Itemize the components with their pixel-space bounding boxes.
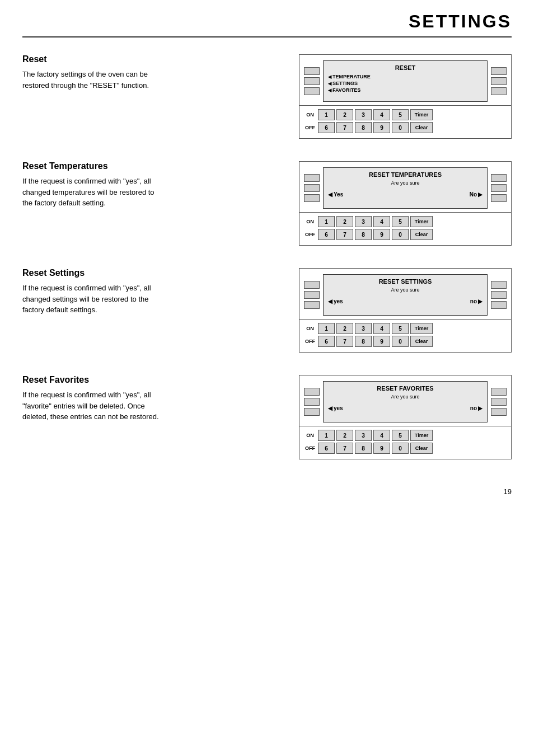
key-2[interactable]: 2 [336, 430, 353, 441]
key-0[interactable]: 0 [392, 229, 409, 240]
key-1[interactable]: 1 [318, 323, 335, 334]
right-btn-0[interactable] [491, 281, 507, 289]
key-7[interactable]: 7 [336, 229, 353, 240]
right-btn-0[interactable] [491, 388, 507, 396]
left-btn-1[interactable] [304, 77, 320, 85]
left-btn-1[interactable] [304, 291, 320, 299]
left-btn-1[interactable] [304, 184, 320, 192]
right-btn-1[interactable] [491, 398, 507, 406]
left-btn-0[interactable] [304, 388, 320, 396]
oven-panel-reset: RESET◀TEMPERATURE◀SETTINGS◀FAVORITESON12… [299, 54, 512, 139]
right-btn-2[interactable] [491, 87, 507, 95]
key-5[interactable]: 5 [392, 430, 409, 441]
clear-button[interactable]: Clear [410, 443, 433, 454]
key-3[interactable]: 3 [355, 430, 372, 441]
key-1[interactable]: 1 [318, 216, 335, 227]
right-btn-2[interactable] [491, 408, 507, 416]
key-2[interactable]: 2 [336, 216, 353, 227]
key-3[interactable]: 3 [355, 323, 372, 334]
section-reset-temperatures: Reset TemperaturesIf the request is conf… [22, 161, 512, 246]
section-text-reset-favorites: Reset FavoritesIf the request is confirm… [22, 375, 162, 422]
clear-button[interactable]: Clear [410, 336, 433, 347]
no-label-reset-favorites[interactable]: no▶ [470, 405, 483, 411]
key-4[interactable]: 4 [373, 109, 390, 120]
section-reset: ResetThe factory settings of the oven ca… [22, 54, 512, 139]
right-btn-1[interactable] [491, 291, 507, 299]
key-0[interactable]: 0 [392, 336, 409, 347]
key-9[interactable]: 9 [373, 336, 390, 347]
key-3[interactable]: 3 [355, 216, 372, 227]
right-btn-2[interactable] [491, 301, 507, 309]
yes-label-reset-settings[interactable]: ◀yes [328, 298, 343, 304]
key-6[interactable]: 6 [318, 122, 335, 133]
timer-button[interactable]: Timer [410, 109, 433, 120]
key-4[interactable]: 4 [373, 323, 390, 334]
timer-button[interactable]: Timer [410, 323, 433, 334]
right-btn-2[interactable] [491, 194, 507, 202]
key-6[interactable]: 6 [318, 443, 335, 454]
keypad-row-2: OFF67890Clear [304, 336, 507, 347]
left-btn-2[interactable] [304, 194, 320, 202]
key-5[interactable]: 5 [392, 216, 409, 227]
key-2[interactable]: 2 [336, 109, 353, 120]
key-6[interactable]: 6 [318, 229, 335, 240]
left-btn-0[interactable] [304, 67, 320, 75]
key-5[interactable]: 5 [392, 109, 409, 120]
right-btn-1[interactable] [491, 184, 507, 192]
key-4[interactable]: 4 [373, 216, 390, 227]
key-6[interactable]: 6 [318, 336, 335, 347]
key-8[interactable]: 8 [355, 443, 372, 454]
key-1[interactable]: 1 [318, 109, 335, 120]
right-btn-1[interactable] [491, 77, 507, 85]
key-8[interactable]: 8 [355, 122, 372, 133]
no-label-reset-temperatures[interactable]: No▶ [470, 191, 483, 198]
key-2[interactable]: 2 [336, 323, 353, 334]
timer-button[interactable]: Timer [410, 430, 433, 441]
section-heading-reset-temperatures: Reset Temperatures [22, 161, 162, 171]
right-btn-0[interactable] [491, 67, 507, 75]
left-btn-2[interactable] [304, 87, 320, 95]
key-9[interactable]: 9 [373, 229, 390, 240]
key-9[interactable]: 9 [373, 443, 390, 454]
key-0[interactable]: 0 [392, 122, 409, 133]
section-text-reset: ResetThe factory settings of the oven ca… [22, 54, 162, 91]
oven-panel-reset-temperatures: RESET TEMPERATURESAre you sure◀YesNo▶ON1… [299, 161, 512, 246]
key-5[interactable]: 5 [392, 323, 409, 334]
left-side-buttons [304, 167, 320, 209]
no-label-reset-settings[interactable]: no▶ [470, 298, 483, 304]
key-1[interactable]: 1 [318, 430, 335, 441]
left-btn-0[interactable] [304, 174, 320, 182]
yes-label-reset-temperatures[interactable]: ◀Yes [328, 191, 343, 198]
right-btn-0[interactable] [491, 174, 507, 182]
key-4[interactable]: 4 [373, 430, 390, 441]
key-8[interactable]: 8 [355, 229, 372, 240]
key-7[interactable]: 7 [336, 336, 353, 347]
yes-label-reset-favorites[interactable]: ◀yes [328, 405, 343, 411]
timer-button[interactable]: Timer [410, 216, 433, 227]
keypad-row-1: ON12345Timer [304, 430, 507, 441]
no-arrow: ▶ [478, 298, 483, 304]
key-7[interactable]: 7 [336, 443, 353, 454]
clear-button[interactable]: Clear [410, 122, 433, 133]
key-9[interactable]: 9 [373, 122, 390, 133]
right-side-buttons [491, 60, 507, 102]
no-arrow: ▶ [478, 405, 483, 411]
left-side-buttons [304, 274, 320, 316]
clear-button[interactable]: Clear [410, 229, 433, 240]
section-description-reset-favorites: If the request is confirmed with "yes", … [22, 389, 162, 422]
key-0[interactable]: 0 [392, 443, 409, 454]
left-btn-2[interactable] [304, 301, 320, 309]
screen-title-reset: RESET [328, 64, 483, 71]
right-side-buttons [491, 381, 507, 422]
yes-arrow: ◀ [328, 191, 332, 198]
left-btn-2[interactable] [304, 408, 320, 416]
key-8[interactable]: 8 [355, 336, 372, 347]
left-btn-1[interactable] [304, 398, 320, 406]
menu-arrow: ◀ [328, 81, 331, 86]
panel-display-reset-temperatures: RESET TEMPERATURESAre you sure◀YesNo▶ [299, 162, 511, 212]
on-label: ON [304, 219, 316, 224]
section-text-reset-temperatures: Reset TemperaturesIf the request is conf… [22, 161, 162, 209]
key-7[interactable]: 7 [336, 122, 353, 133]
left-btn-0[interactable] [304, 281, 320, 289]
key-3[interactable]: 3 [355, 109, 372, 120]
